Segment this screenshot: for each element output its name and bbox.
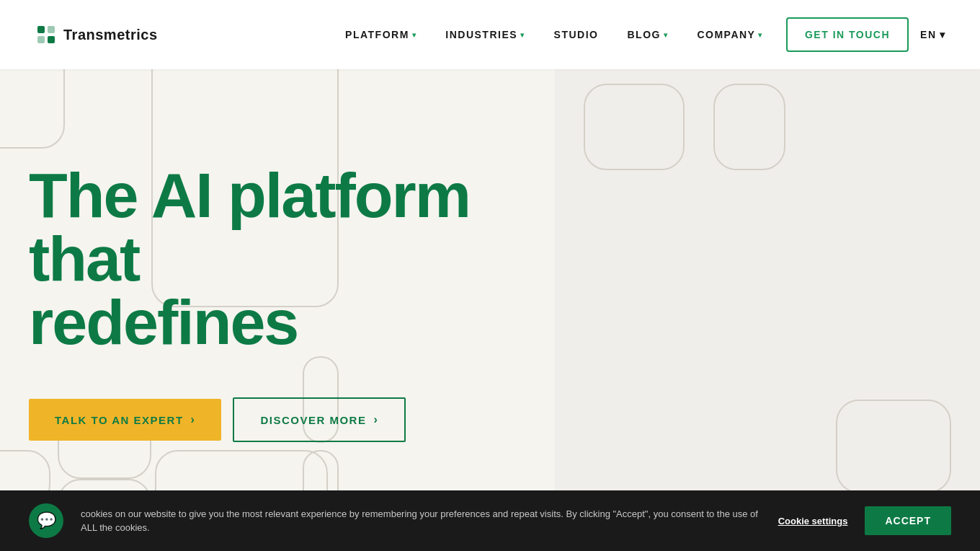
hero-buttons: TALK TO AN EXPERT › DISCOVER MORE ›: [29, 397, 512, 442]
cookie-accept-button[interactable]: ACCEPT: [865, 506, 951, 535]
chevron-down-icon: ▾: [412, 31, 417, 39]
header: Transmetrics PLATFORM ▾ INDUSTRIES ▾ STU…: [0, 0, 980, 69]
svg-rect-3: [48, 36, 55, 43]
nav-item-studio[interactable]: STUDIO: [543, 23, 610, 46]
deco-right-shape-3: [836, 400, 951, 493]
language-selector[interactable]: EN ▾: [920, 29, 945, 40]
svg-rect-2: [37, 36, 45, 43]
svg-rect-1: [48, 26, 55, 33]
hero-content: The AI platform that redefines TALK TO A…: [0, 69, 555, 551]
discover-more-button[interactable]: DISCOVER MORE ›: [233, 397, 406, 442]
hero-visual: [555, 69, 980, 551]
arrow-right-icon: ›: [373, 413, 378, 426]
hero-section: The AI platform that redefines TALK TO A…: [0, 0, 980, 551]
cookie-text: cookies on our website to give you the m…: [81, 507, 761, 535]
logo-icon: [35, 23, 58, 46]
talk-to-expert-button[interactable]: TALK TO AN EXPERT ›: [29, 399, 221, 441]
get-in-touch-button[interactable]: GET IN TOUCH: [786, 17, 909, 52]
cookie-banner: 💬 cookies on our website to give you the…: [0, 490, 980, 551]
deco-right-shape-2: [713, 84, 785, 170]
main-nav: PLATFORM ▾ INDUSTRIES ▾ STUDIO BLOG ▾ CO…: [334, 17, 945, 52]
cookie-chat-icon: 💬: [29, 503, 63, 538]
nav-item-company[interactable]: COMPANY ▾: [685, 23, 775, 46]
chevron-down-icon: ▾: [758, 31, 763, 39]
hero-heading: The AI platform that redefines: [29, 164, 512, 354]
svg-rect-0: [37, 26, 45, 33]
logo[interactable]: Transmetrics: [35, 23, 158, 46]
cookie-settings-button[interactable]: Cookie settings: [778, 516, 848, 526]
logo-text: Transmetrics: [63, 27, 158, 43]
nav-item-blog[interactable]: BLOG ▾: [615, 23, 680, 46]
chevron-down-icon: ▾: [940, 29, 946, 40]
deco-right-shape-1: [584, 84, 685, 170]
nav-item-platform[interactable]: PLATFORM ▾: [334, 23, 428, 46]
arrow-right-icon: ›: [191, 413, 196, 426]
chevron-down-icon: ▾: [664, 31, 669, 39]
chevron-down-icon: ▾: [520, 31, 525, 39]
nav-item-industries[interactable]: INDUSTRIES ▾: [434, 23, 536, 46]
